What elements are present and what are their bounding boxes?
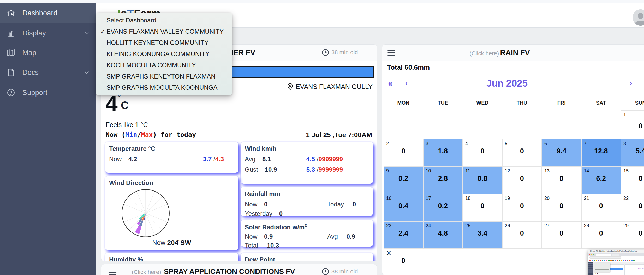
calendar-day-20: 200 [542, 194, 581, 221]
rain-total: Total 50.6mm [387, 63, 430, 71]
data-age: 38 min old [322, 268, 358, 275]
mini-bookmarks-bar [588, 259, 644, 262]
data-age: 38 min old [322, 49, 358, 56]
sidebar-item-label: Docs [22, 69, 39, 77]
dropdown-option[interactable]: SMP GRAPHS KENEYTON FLAXMAN [96, 71, 232, 82]
sidebar-item-map[interactable]: Map [0, 42, 96, 63]
mini-favicon [615, 260, 616, 261]
mini-favicon [608, 260, 610, 261]
spray-panel-title[interactable]: (Click here) SPRAY APPLICATION CONDITION… [132, 267, 295, 275]
mini-dropdown [594, 263, 610, 272]
now-label: Now [109, 156, 122, 163]
sidebar-item-dashboard[interactable]: Dashboard [0, 3, 96, 23]
calendar-day-19: 190 [502, 194, 542, 221]
calendar-day-8: 85.4 [621, 139, 644, 166]
wind-rose-chart [120, 187, 172, 239]
observation-datetime: 1 Jul 25 ,Tue 7:00AM [306, 131, 372, 139]
solar-avg-value: 0.9 [347, 233, 355, 240]
dropdown-option[interactable]: SMP GRAPHS MOCULTA KOONUNGA [96, 82, 232, 93]
calendar-month-label: Jun 2025 [382, 78, 632, 89]
clock-icon [322, 268, 329, 275]
calendar-day-1: 10 [621, 110, 644, 139]
menu-icon[interactable] [387, 50, 395, 56]
mini-favicon [600, 260, 601, 261]
checkmark-icon: ✓ [99, 28, 106, 35]
solar-now-value: 0.9 [264, 233, 273, 240]
mini-favicon [589, 260, 591, 261]
mini-tab-bar [588, 253, 644, 256]
mini-temp: 4°c [595, 272, 599, 275]
calendar-day-3: 31.8 [423, 139, 463, 166]
mini-sidebar [588, 262, 593, 275]
sidebar-item-docs[interactable]: Docs [0, 62, 96, 83]
calendar-nav: « ‹ Jun 2025 › [382, 78, 644, 89]
dropdown-option[interactable]: KOCH MOCULTA COMMUNITY [96, 59, 232, 71]
screenshot-preview-window: Chrome File Edit View History Bookmarks … [588, 250, 644, 275]
mini-favicon [604, 260, 605, 261]
sidebar-item-support[interactable]: Support [0, 82, 96, 103]
spray-conditions-panel: (Click here) SPRAY APPLICATION CONDITION… [101, 264, 377, 275]
humidity-card: Humidity % [105, 253, 238, 261]
calendar-day-17: 170.2 [423, 194, 463, 221]
calendar-day-15: 150 [621, 166, 644, 194]
calendar-day-2: 20 [384, 139, 423, 166]
calendar-day-12: 120 [502, 166, 542, 194]
rain-now-value: 0 [264, 201, 267, 208]
calendar-day-13: 130 [542, 166, 581, 194]
calendar-day-7: 712.8 [581, 139, 621, 166]
day-header-sun: SUN [621, 100, 644, 106]
sidebar-item-label: Display [22, 29, 46, 37]
mini-favicon [619, 260, 620, 261]
mini-favicon [610, 260, 612, 261]
mini-favicon [629, 260, 630, 261]
menu-icon[interactable] [109, 270, 116, 275]
sidebar-item-label: Support [22, 89, 47, 97]
temperature-card: Temperature °C Now 4.2 3.7 /4.3 [105, 142, 238, 173]
sidebar-item-label: Dashboard [22, 9, 57, 17]
mini-favicon [621, 260, 622, 261]
document-icon [6, 67, 16, 78]
bar-chart-icon [6, 28, 16, 38]
day-header-sat: SAT [581, 100, 621, 106]
rain-panel-title[interactable]: (Click here) RAIN FV [470, 49, 530, 57]
calendar-day-24: 244.8 [423, 221, 463, 249]
clock-icon [322, 49, 329, 56]
mini-favicon [602, 260, 603, 261]
solar-radiation-card: Solar Radiation w/m2 Now 0.9 Avg 0.9 Tot… [241, 220, 373, 247]
rain-today-value: 0 [353, 201, 356, 208]
dropdown-option[interactable]: KLEINIG KOONUNGA COMMUNITY [96, 48, 232, 59]
wind-row-avg: Avg8.14.5 /9999999 [245, 156, 369, 163]
calendar-day-14: 146.2 [581, 166, 621, 194]
calendar-day-headers: MONTUEWEDTHUFRISATSUN [384, 100, 644, 106]
mini-favicon [592, 260, 593, 261]
help-icon [6, 87, 16, 98]
mini-favicon [627, 260, 628, 261]
wind-row-gust: Gust10.95.3 /9999999 [245, 166, 369, 173]
calendar-day-27: 270 [542, 221, 581, 249]
day-header-mon: MON [384, 100, 423, 106]
user-avatar[interactable] [633, 9, 644, 26]
calendar-day-25: 253.4 [463, 221, 502, 249]
app-root: IoTFarm DashboardDisplayMapDocsSupport [0, 0, 644, 275]
calendar-day-18: 180 [463, 194, 502, 221]
calendar-day-16: 160.4 [384, 194, 423, 221]
calendar-day-6: 69.4 [542, 139, 581, 166]
dropdown-option[interactable]: HOLLITT KEYNETON COMMUNITY [96, 37, 232, 48]
resize-handle-icon[interactable] [371, 255, 374, 259]
temp-minmax: 3.7 /4.3 [203, 156, 224, 163]
day-header-fri: FRI [542, 100, 581, 106]
wind-direction-now: Now 204°SW [105, 239, 238, 247]
calendar-day-9: 90.2 [384, 166, 423, 194]
dew-point-card: Dew Point [241, 253, 373, 261]
sidebar: DashboardDisplayMapDocsSupport [0, 3, 96, 275]
mini-favicon [606, 260, 607, 261]
calendar-leading-empty [384, 110, 621, 139]
mini-page-body: Jun 2025 4°c [588, 262, 644, 275]
sidebar-item-display[interactable]: Display [0, 23, 96, 44]
dropdown-option[interactable]: ✓EVANS FLAXMAN VALLEY COMMUNITY [96, 26, 232, 37]
station-location: EVANS FLAXMAN GULLY [287, 83, 373, 91]
temp-now-value: 4.2 [128, 156, 137, 163]
next-month-button[interactable]: › [630, 79, 632, 87]
calendar-day-5: 50 [502, 139, 542, 166]
dashboard-select-dropdown: Select Dashboard✓EVANS FLAXMAN VALLEY CO… [96, 13, 232, 95]
